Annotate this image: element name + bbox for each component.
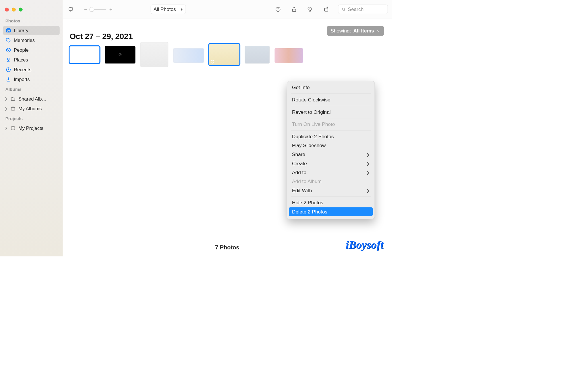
context-menu-item[interactable]: Play Slideshow [287,141,375,150]
showing-filter[interactable]: Showing: All Items [327,26,384,36]
toolbar: − + All Photos ▲▼ [63,0,392,19]
context-menu-item: Turn On Live Photo [287,120,375,129]
adjust-aspect-button[interactable] [67,5,75,14]
photo-thumbnail[interactable] [274,48,303,63]
people-icon [6,47,11,53]
sidebar-item-imports[interactable]: Imports [3,75,60,84]
menu-separator [291,197,371,197]
sidebar-item-label: Places [14,57,28,62]
menu-separator [291,130,371,131]
search-placeholder: Search [348,6,363,12]
sidebar-item-label: Library [14,28,28,33]
svg-rect-11 [11,107,15,110]
stepper-icon: ▲▼ [181,8,183,11]
context-menu-item-label: Rotate Clockwise [292,97,330,103]
sidebar-item-places[interactable]: Places [3,55,60,65]
sidebar-section-albums: Albums [0,84,63,94]
context-menu-item-label: Add to [292,170,306,176]
sidebar-item-library[interactable]: Library [3,26,60,35]
context-menu-item-label: Edit With [292,188,312,194]
sidebar-item-label: My Projects [18,125,43,131]
info-button[interactable] [274,5,282,14]
zoom-out-icon[interactable]: − [84,6,88,12]
context-menu-item-label: Turn On Live Photo [292,121,335,127]
context-menu-item[interactable]: Add to❯ [287,168,375,177]
showing-prefix: Showing: [330,28,351,34]
sidebar-item-label: Memories [14,38,35,43]
zoom-in-icon[interactable]: + [109,6,113,12]
album-icon [10,106,16,111]
context-menu-item-label: Delete 2 Photos [292,209,327,215]
context-menu-item[interactable]: Share❯ [287,150,375,159]
svg-rect-14 [12,126,14,127]
context-menu-item-label: Get Info [292,84,310,91]
sidebar-item-recents[interactable]: Recents [3,65,60,74]
sidebar-item-label: Shared Alb… [18,96,47,101]
view-selector-label: All Photos [154,6,176,12]
photo-thumbnail[interactable] [245,46,270,63]
context-menu-item[interactable]: Edit With❯ [287,186,375,195]
photo-thumbnail[interactable] [173,48,204,63]
close-window-button[interactable] [5,8,9,11]
context-menu-item[interactable]: Hide 2 Photos [287,198,375,207]
watermark-logo: iBoysoft [346,239,384,251]
svg-rect-13 [11,127,15,130]
sidebar-item-my-projects[interactable]: ❯ My Projects [3,124,60,133]
sidebar-section-projects: Projects [0,114,63,123]
zoom-track[interactable] [90,9,106,10]
search-icon [341,7,346,11]
photo-thumbnail[interactable] [69,46,100,63]
album-icon [10,126,16,131]
favorite-button[interactable] [306,5,314,14]
search-input[interactable]: Search [338,5,388,14]
recents-icon [6,67,11,72]
sidebar-item-shared-albums[interactable]: ❯ Shared Alb… [3,94,60,104]
minimize-window-button[interactable] [12,8,16,11]
context-menu-item-label: Revert to Original [292,109,331,115]
context-menu-item-label: Duplicate 2 Photos [292,134,334,140]
photo-count: 7 Photos [215,244,239,251]
sidebar-item-label: Recents [14,67,31,72]
main-area: − + All Photos ▲▼ [63,0,392,256]
photo-thumbnail[interactable] [209,44,240,66]
context-menu-item[interactable]: Revert to Original [287,107,375,116]
context-menu-item[interactable]: Rotate Clockwise [287,95,375,104]
context-menu-item: Add to Album [287,177,375,186]
context-menu-item-label: Share [292,151,305,157]
disclosure-icon[interactable]: ❯ [5,107,8,111]
context-menu-item[interactable]: Get Info [287,83,375,92]
zoom-thumb[interactable] [90,7,94,11]
svg-rect-0 [6,29,10,32]
context-menu-item[interactable]: Delete 2 Photos [289,207,373,216]
svg-point-21 [342,8,345,10]
svg-rect-12 [12,107,14,107]
disclosure-icon[interactable]: ❯ [5,97,8,101]
zoom-slider[interactable]: − + [84,6,113,12]
photo-thumbnail[interactable] [140,42,168,67]
svg-point-6 [7,58,9,60]
svg-line-22 [344,10,345,11]
places-icon [6,57,11,63]
share-button[interactable] [290,5,298,14]
submenu-arrow-icon: ❯ [366,188,370,193]
photo-thumbnail[interactable]: ⊘ [105,46,136,63]
library-icon [6,28,11,33]
context-menu-item[interactable]: Duplicate 2 Photos [287,132,375,141]
sidebar-item-my-albums[interactable]: ❯ My Albums [3,104,60,113]
sidebar-section-photos: Photos [0,16,63,26]
sidebar-item-memories[interactable]: Memories [3,36,60,45]
context-menu-item[interactable]: Create❯ [287,159,375,168]
context-menu-item-label: Create [292,161,307,167]
submenu-arrow-icon: ❯ [366,161,370,166]
svg-point-5 [8,49,9,50]
sidebar-item-people[interactable]: People [3,45,60,55]
svg-point-7 [7,61,9,62]
window-controls [0,4,63,16]
rotate-button[interactable] [322,5,330,14]
sidebar-item-label: My Albums [18,106,42,111]
disclosure-icon[interactable]: ❯ [5,126,8,130]
fullscreen-window-button[interactable] [19,8,22,11]
svg-rect-15 [69,7,73,10]
svg-rect-20 [324,8,328,11]
view-selector[interactable]: All Photos ▲▼ [151,5,186,14]
